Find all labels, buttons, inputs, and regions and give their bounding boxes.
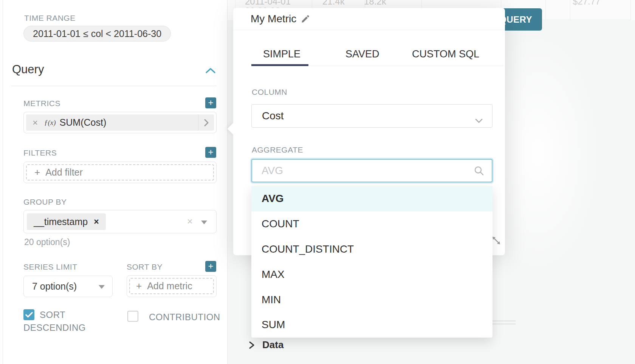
tab-saved[interactable]: SAVED: [345, 48, 379, 60]
plus-icon: +: [34, 167, 40, 178]
aggregate-option-count-distinct[interactable]: COUNT_DISTINCT: [251, 237, 493, 262]
collapse-section-button[interactable]: [205, 67, 216, 76]
group-by-select[interactable]: __timestamp × ×: [23, 210, 217, 233]
checkmark-icon: [25, 312, 33, 318]
metric-pill[interactable]: × ƒ(x) SUM(Cost): [26, 114, 214, 131]
section-divider: [11, 86, 217, 86]
metrics-label: METRICS: [23, 99, 60, 108]
time-range-pill[interactable]: 2011-01-01 ≤ col < 2011-06-30: [23, 26, 171, 42]
panel-edge-divider: [3, 0, 3, 364]
filters-label: FILTERS: [23, 148, 57, 157]
table-cell-value: 21.4k: [322, 0, 345, 7]
aggregate-option-max[interactable]: MAX: [251, 262, 493, 287]
group-by-options-hint: 20 option(s): [24, 237, 70, 247]
aggregate-search-input[interactable]: [251, 159, 493, 182]
edit-pencil-icon[interactable]: [301, 14, 310, 23]
caret-right-icon: [204, 119, 209, 127]
aggregate-option-avg[interactable]: AVG: [251, 186, 493, 211]
aggregate-label: AGGREGATE: [252, 145, 303, 154]
add-metric-button[interactable]: +: [205, 97, 216, 108]
resize-diagonal-icon[interactable]: [491, 235, 502, 247]
data-panel-header[interactable]: Data: [249, 339, 283, 351]
series-limit-label: SERIES LIMIT: [23, 262, 77, 271]
add-filter-button[interactable]: +: [205, 147, 216, 158]
metric-title: My Metric: [251, 13, 296, 25]
series-limit-select[interactable]: 7 option(s): [23, 276, 113, 297]
filters-control: + Add filter: [23, 162, 217, 183]
series-limit-value: 7 option(s): [32, 281, 77, 292]
clear-select-icon[interactable]: ×: [187, 216, 193, 227]
tab-custom-sql[interactable]: CUSTOM SQL: [412, 48, 479, 60]
group-by-tag-value: __timestamp: [34, 216, 88, 227]
chevron-up-icon: [205, 67, 216, 74]
chevron-down-icon: [475, 114, 483, 126]
aggregate-options-list: AVG COUNT COUNT_DISTINCT MAX MIN SUM: [251, 186, 493, 338]
aggregate-option-min[interactable]: MIN: [251, 287, 493, 312]
group-by-tag: __timestamp ×: [27, 213, 106, 230]
chevron-right-icon: [249, 341, 255, 350]
add-metric-placeholder: Add metric: [147, 281, 192, 292]
sort-by-label: SORT BY: [127, 262, 163, 271]
add-filter-placeholder: Add filter: [45, 167, 83, 178]
table-gridline: [545, 0, 546, 20]
table-cell-value: $27.77: [573, 0, 600, 7]
add-filter-dropzone[interactable]: + Add filter: [26, 164, 214, 180]
explore-view: 2011-04-01 00:00:00 21.4k 18.2k $27.77 R…: [0, 0, 635, 364]
function-icon: ƒ(x): [44, 119, 56, 127]
add-sort-metric-button[interactable]: +: [205, 261, 216, 272]
contribution-label: CONTRIBUTION: [149, 311, 220, 324]
control-panel: TIME RANGE 2011-01-01 ≤ col < 2011-06-30…: [0, 0, 227, 364]
data-panel-title: Data: [262, 339, 283, 351]
plus-icon: +: [136, 280, 142, 292]
expand-metric-button[interactable]: [198, 114, 214, 131]
column-select[interactable]: Cost: [251, 104, 493, 128]
popover-header: My Metric: [233, 8, 505, 30]
tab-active-indicator: [251, 64, 308, 66]
contribution-checkbox[interactable]: [127, 311, 138, 322]
contribution-control[interactable]: CONTRIBUTION: [127, 311, 220, 324]
group-by-label: GROUP BY: [23, 197, 67, 207]
select-caret-icon[interactable]: [201, 221, 207, 224]
select-caret-icon: [99, 285, 105, 289]
add-sort-metric-dropzone[interactable]: + Add metric: [129, 278, 214, 294]
sort-by-control: + Add metric: [127, 275, 217, 297]
metrics-control: × ƒ(x) SUM(Cost): [23, 112, 217, 133]
sort-descending-checkbox[interactable]: [23, 309, 34, 320]
table-gridline: [570, 0, 570, 20]
column-select-value: Cost: [262, 110, 284, 122]
aggregate-select: [251, 159, 493, 182]
metric-name: SUM(Cost): [60, 117, 198, 128]
panel-divider[interactable]: [227, 0, 228, 364]
remove-tag-icon[interactable]: ×: [94, 217, 99, 227]
column-label: COLUMN: [252, 88, 287, 97]
table-cell-value: 18.2k: [364, 0, 386, 7]
tab-simple[interactable]: SIMPLE: [263, 48, 300, 60]
search-icon: [474, 165, 484, 177]
table-gridline: [630, 0, 631, 20]
sort-descending-control[interactable]: SORT DESCENDING: [23, 308, 106, 334]
aggregate-option-sum[interactable]: SUM: [251, 312, 493, 338]
aggregate-option-count[interactable]: COUNT: [251, 211, 493, 237]
time-range-label: TIME RANGE: [24, 14, 76, 23]
remove-metric-icon[interactable]: ×: [26, 117, 44, 128]
query-section-title: Query: [12, 63, 44, 76]
